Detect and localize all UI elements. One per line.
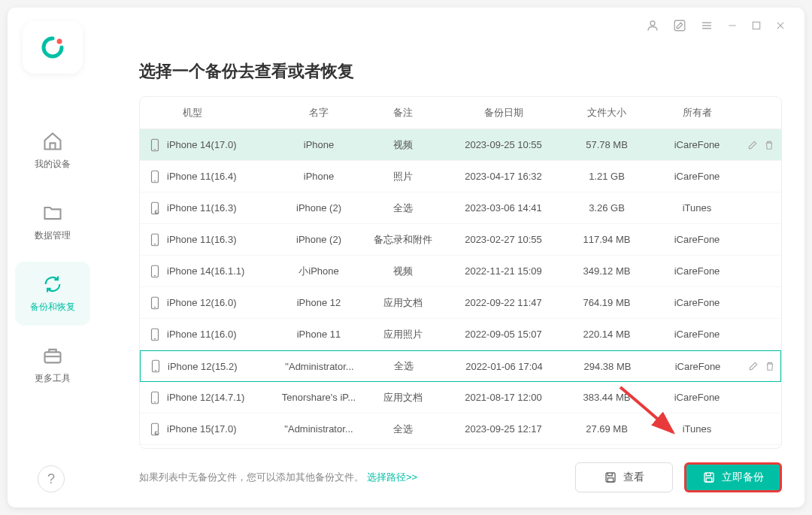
- table-row[interactable]: iPhone 12(16.0)iPhone 12应用文档2022-09-22 1…: [140, 287, 781, 319]
- cell-owner: iCareFone: [652, 265, 742, 277]
- cell-model: iPhone 11(16.3): [149, 233, 277, 247]
- backup-now-button[interactable]: 立即备份: [684, 462, 782, 492]
- cell-note: 视频: [361, 138, 445, 152]
- col-size: 文件大小: [562, 106, 652, 120]
- delete-row-icon[interactable]: [764, 140, 774, 150]
- delete-row-icon[interactable]: [765, 361, 775, 371]
- table-header: 机型 名字 备注 备份日期 文件大小 所有者: [140, 97, 781, 129]
- cell-owner: iCareFone: [653, 361, 743, 372]
- save-icon: [702, 471, 716, 484]
- cell-size: 294.38 MB: [562, 361, 653, 372]
- table-row[interactable]: iPhone 11(16.0)iPhone 11应用照片2022-09-05 1…: [140, 319, 781, 350]
- close-icon[interactable]: [775, 20, 786, 31]
- cell-name: iPhone 12: [277, 297, 361, 308]
- cell-note: 应用照片: [361, 328, 445, 341]
- cell-name: Tenorshare's iP...: [277, 392, 361, 403]
- cell-note: 应用文档: [361, 296, 445, 310]
- table-row[interactable]: iPhone 12(14.7.1)Tenorshare's iP...应用文档2…: [140, 382, 781, 414]
- nav-label: 数据管理: [35, 229, 71, 242]
- view-button-label: 查看: [623, 471, 644, 484]
- minimize-icon[interactable]: [727, 20, 738, 31]
- cell-owner: iCareFone: [652, 139, 742, 150]
- cell-model: iPhone 14(17.0): [149, 138, 277, 152]
- home-icon: [42, 131, 63, 152]
- backup-table: 机型 名字 备注 备份日期 文件大小 所有者 iPhone 14(17.0)iP…: [139, 96, 782, 449]
- cell-note: 备忘录和附件: [361, 233, 445, 247]
- titlebar: [646, 19, 786, 32]
- cell-owner: iCareFone: [652, 297, 742, 308]
- cell-size: 383.44 MB: [562, 392, 652, 403]
- cell-model: iPhone 12(14.7.1): [149, 391, 277, 404]
- cell-owner: iCareFone: [652, 234, 742, 245]
- svg-point-0: [57, 39, 62, 44]
- cell-size: 57.78 MB: [562, 139, 652, 150]
- nav-backup-restore[interactable]: 备份和恢复: [15, 262, 90, 326]
- footer-link[interactable]: 选择路径>>: [367, 471, 417, 484]
- cell-note: 应用文档: [361, 391, 445, 404]
- cell-model: iPhone 11(16.3): [149, 201, 277, 215]
- table-row[interactable]: iPhone 11(16.4)iPhone照片2023-04-17 16:321…: [140, 161, 781, 192]
- cell-size: 220.14 MB: [562, 329, 652, 340]
- menu-icon[interactable]: [700, 19, 714, 32]
- row-actions: [742, 140, 780, 150]
- page-title: 选择一个备份去查看或者恢复: [139, 60, 782, 83]
- device-icon: [150, 359, 162, 373]
- cell-name: 小iPhone: [277, 265, 361, 278]
- table-row[interactable]: iPhone 11(16.3)iPhone (2)全选2023-03-06 14…: [140, 192, 781, 224]
- table-row[interactable]: iPhone 14(17.0)iPhone视频2023-09-25 10:555…: [140, 129, 781, 161]
- device-icon: [149, 265, 161, 278]
- cell-note: 全选: [361, 423, 445, 436]
- cell-name: iPhone 11: [277, 329, 361, 340]
- col-name: 名字: [277, 106, 361, 120]
- cell-date: 2022-09-05 15:07: [445, 329, 562, 340]
- svg-rect-34: [706, 478, 712, 482]
- cell-note: 照片: [361, 170, 445, 183]
- maximize-icon[interactable]: [751, 20, 762, 31]
- nav-my-devices[interactable]: 我的设备: [15, 119, 90, 183]
- cell-date: 2022-11-21 15:09: [445, 265, 562, 277]
- svg-point-2: [650, 21, 655, 26]
- device-icon: [149, 138, 161, 152]
- cell-size: 1.21 GB: [562, 171, 652, 182]
- cell-model: iPhone 12(16.0): [149, 296, 277, 310]
- device-icon: [149, 296, 161, 310]
- footer-text: 如果列表中无备份文件，您可以添加其他备份文件。: [139, 471, 364, 484]
- nav-data-management[interactable]: 数据管理: [15, 190, 90, 254]
- cell-name: iPhone: [277, 171, 361, 182]
- svg-rect-8: [753, 22, 759, 29]
- cell-size: 764.19 MB: [562, 297, 652, 308]
- cell-model: iPhone 12(15.2): [150, 359, 277, 373]
- table-row[interactable]: iPhone 15(17.0)"Administrator...全选2023-0…: [140, 414, 781, 445]
- edit-icon[interactable]: [673, 19, 686, 32]
- cell-date: 2021-08-17 12:00: [445, 392, 562, 403]
- backup-button-label: 立即备份: [722, 471, 764, 484]
- table-row[interactable]: iPhone 12(15.2)"Administrator...全选2022-0…: [140, 350, 781, 382]
- cell-size: 117.94 MB: [562, 234, 652, 245]
- cell-name: "Administrator...: [277, 361, 362, 372]
- cell-name: iPhone: [277, 139, 361, 150]
- cell-size: 349.12 MB: [562, 265, 652, 277]
- device-icon: [149, 233, 161, 247]
- col-model: 机型: [149, 106, 277, 120]
- cell-owner: iTunes: [652, 202, 742, 214]
- col-date: 备份日期: [445, 106, 562, 120]
- toolbox-icon: [42, 345, 63, 366]
- cell-note: 视频: [361, 265, 445, 278]
- device-itunes-icon: [149, 423, 161, 436]
- user-icon[interactable]: [646, 19, 659, 32]
- folder-icon: [42, 202, 63, 223]
- edit-row-icon[interactable]: [748, 361, 759, 371]
- nav-label: 更多工具: [35, 372, 71, 385]
- sidebar: 我的设备 数据管理 备份和恢复 更多工具 ?: [8, 8, 98, 507]
- row-actions: [743, 361, 780, 371]
- cell-note: 全选: [361, 201, 445, 215]
- cell-date: 2023-02-27 10:55: [445, 234, 562, 245]
- nav-label: 我的设备: [35, 158, 71, 171]
- table-row[interactable]: iPhone 11(16.3)iPhone (2)备忘录和附件2023-02-2…: [140, 224, 781, 256]
- cell-name: iPhone (2): [277, 202, 361, 214]
- table-row[interactable]: iPhone 14(16.1.1)小iPhone视频2022-11-21 15:…: [140, 256, 781, 287]
- view-button[interactable]: 查看: [575, 462, 673, 492]
- help-button[interactable]: ?: [38, 465, 65, 492]
- edit-row-icon[interactable]: [747, 140, 758, 150]
- nav-more-tools[interactable]: 更多工具: [15, 333, 90, 397]
